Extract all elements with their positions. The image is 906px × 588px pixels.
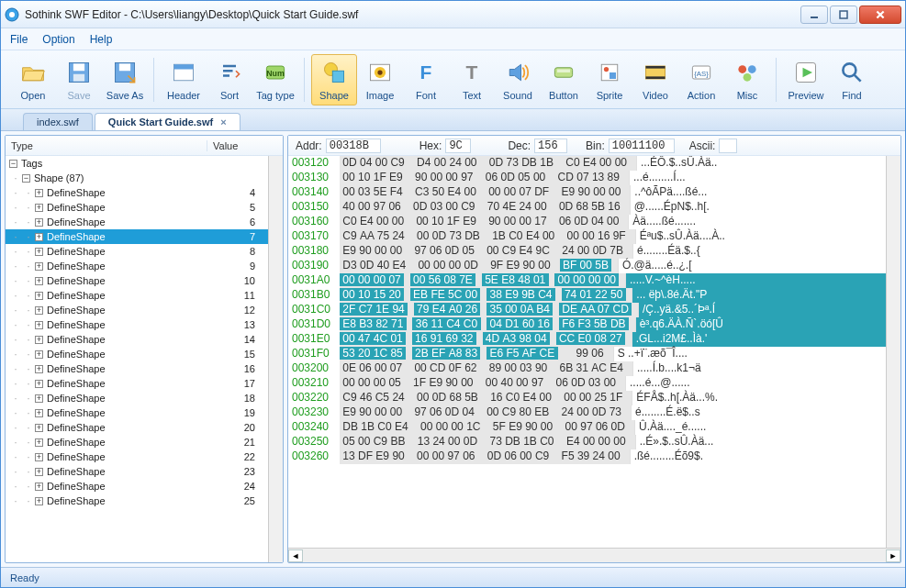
action-button[interactable]: {AS}Action <box>678 54 724 105</box>
plus-icon[interactable]: + <box>35 262 43 271</box>
column-value[interactable]: Value <box>207 140 283 151</box>
plus-icon[interactable]: + <box>35 380 43 388</box>
minimize-button[interactable] <box>800 6 828 24</box>
hex-scrollbar[interactable] <box>886 156 900 548</box>
tree-row[interactable]: ··+DefineShape22 <box>6 449 268 464</box>
hex-row[interactable]: 003220 C9 46 C5 24 00 0D 68 5B 16 C0 E4 … <box>288 391 886 405</box>
tree-row[interactable]: ··+DefineShape12 <box>6 303 268 317</box>
hex-row[interactable]: 003130 00 10 1F E9 90 00 00 97 06 0D 05 … <box>288 171 886 185</box>
plus-icon[interactable]: + <box>35 483 43 491</box>
scroll-left-icon[interactable]: ◄ <box>288 549 303 562</box>
hex-row[interactable]: 0031F0 53 20 1C 85 2B EF A8 83 E6 F5 AF … <box>288 347 886 361</box>
hex-row[interactable]: 0031D0 E8 B3 82 71 36 11 C4 C0 04 D1 60 … <box>288 317 886 332</box>
text-button[interactable]: TText <box>449 54 495 105</box>
plus-icon[interactable]: + <box>35 365 43 373</box>
tree-row[interactable]: ··+DefineShape23 <box>6 464 268 479</box>
plus-icon[interactable]: + <box>35 218 43 227</box>
tree-row[interactable]: ··+DefineShape24 <box>6 479 268 494</box>
hex-row[interactable]: 003200 0E 06 00 07 00 CD 0F 62 89 00 03 … <box>288 361 886 376</box>
plus-icon[interactable]: + <box>35 204 43 212</box>
hex-row[interactable]: 003230 E9 90 00 00 97 06 0D 04 00 C9 80 … <box>288 405 886 420</box>
scroll-right-icon[interactable]: ► <box>886 549 900 562</box>
tagtype-button[interactable]: NumTag type <box>252 54 298 105</box>
tree-scrollbar[interactable] <box>268 156 283 562</box>
column-type[interactable]: Type <box>6 140 207 151</box>
plus-icon[interactable]: + <box>35 350 43 359</box>
addr-input[interactable] <box>326 139 381 153</box>
tree-row[interactable]: ··+DefineShape13 <box>6 317 268 332</box>
dec-input[interactable] <box>534 139 567 153</box>
plus-icon[interactable]: + <box>35 189 43 197</box>
sort-button[interactable]: Sort <box>207 54 252 105</box>
tree-row[interactable]: ··+DefineShape6 <box>6 215 268 229</box>
tree-row[interactable]: ··+DefineShape11 <box>6 288 268 303</box>
tree-row[interactable]: ··+DefineShape9 <box>6 259 268 273</box>
tree-row[interactable]: −Tags <box>6 156 268 171</box>
tree-row[interactable]: ··+DefineShape19 <box>6 405 268 420</box>
tree-row[interactable]: ··+DefineShape7 <box>6 229 268 244</box>
shape-button[interactable]: Shape <box>311 54 357 105</box>
sprite-button[interactable]: Sprite <box>587 54 632 105</box>
header-button[interactable]: Header <box>161 54 207 105</box>
image-button[interactable]: Image <box>357 54 403 105</box>
plus-icon[interactable]: + <box>35 321 43 329</box>
plus-icon[interactable]: + <box>35 468 43 476</box>
tree-row[interactable]: ··+DefineShape16 <box>6 361 268 376</box>
tree-row[interactable]: ··+DefineShape20 <box>6 420 268 435</box>
button-button[interactable]: Button <box>541 54 587 105</box>
minus-icon[interactable]: − <box>9 160 17 168</box>
tab-0[interactable]: index.swf <box>23 113 93 130</box>
tree-row[interactable]: ··+DefineShape25 <box>6 494 268 508</box>
tree-row[interactable]: ··+DefineShape4 <box>6 185 268 200</box>
hex-input[interactable] <box>445 139 471 153</box>
hex-row[interactable]: 003240 DB 1B C0 E4 00 00 00 1C 5F E9 90 … <box>288 420 886 435</box>
hex-row[interactable]: 0031B0 00 10 15 20 EB FE 5C 00 38 E9 9B … <box>288 288 886 303</box>
close-button[interactable] <box>859 6 901 24</box>
hex-row[interactable]: 003150 40 00 97 06 0D 03 00 C9 70 4E 24 … <box>288 200 886 215</box>
hex-hscroll[interactable]: ◄ ► <box>288 548 900 562</box>
plus-icon[interactable]: + <box>35 453 43 461</box>
open-button[interactable]: Open <box>10 54 56 105</box>
find-button[interactable]: Find <box>829 54 875 105</box>
plus-icon[interactable]: + <box>35 438 43 447</box>
tree-row[interactable]: ··+DefineShape5 <box>6 200 268 215</box>
hex-row[interactable]: 003120 0D 04 00 C9 D4 00 24 00 0D 73 DB … <box>288 156 886 171</box>
plus-icon[interactable]: + <box>35 497 43 505</box>
plus-icon[interactable]: + <box>35 277 43 285</box>
tree-row[interactable]: ··+DefineShape15 <box>6 347 268 361</box>
hex-row[interactable]: 003160 C0 E4 00 00 00 10 1F E9 90 00 00 … <box>288 215 886 229</box>
tree-row[interactable]: ··+DefineShape21 <box>6 435 268 449</box>
tree-row[interactable]: ··+DefineShape17 <box>6 376 268 391</box>
hex-view[interactable]: 003120 0D 04 00 C9 D4 00 24 00 0D 73 DB … <box>288 156 886 548</box>
tree-row[interactable]: ·−Shape (87) <box>6 171 268 185</box>
video-button[interactable]: Video <box>632 54 678 105</box>
menu-help[interactable]: Help <box>90 33 113 46</box>
tab-close-icon[interactable]: × <box>220 116 226 128</box>
saveas-button[interactable]: Save As <box>102 54 148 105</box>
ascii-input[interactable] <box>719 139 737 153</box>
menu-file[interactable]: File <box>10 33 28 46</box>
maximize-button[interactable] <box>830 6 857 24</box>
plus-icon[interactable]: + <box>35 394 43 403</box>
plus-icon[interactable]: + <box>35 233 43 241</box>
menu-option[interactable]: Option <box>42 33 74 46</box>
plus-icon[interactable]: + <box>35 306 43 315</box>
tree-row[interactable]: ··+DefineShape8 <box>6 244 268 259</box>
plus-icon[interactable]: + <box>35 248 43 256</box>
plus-icon[interactable]: + <box>35 292 43 300</box>
hex-row[interactable]: 003250 05 00 C9 BB 13 24 00 0D 73 DB 1B … <box>288 435 886 449</box>
plus-icon[interactable]: + <box>35 409 43 417</box>
hex-row[interactable]: 0031A0 00 00 00 07 00 56 08 7E 5E E8 48 … <box>288 273 886 288</box>
hex-row[interactable]: 003190 D3 0D 40 E4 00 00 00 0D 9F E9 90 … <box>288 259 886 273</box>
bin-input[interactable] <box>609 139 675 153</box>
hex-row[interactable]: 003180 E9 90 00 00 97 06 0D 05 00 C9 E4 … <box>288 244 886 259</box>
hex-row[interactable]: 0031C0 2F C7 1E 94 79 E4 A0 26 35 00 0A … <box>288 303 886 317</box>
hex-row[interactable]: 003260 13 DF E9 90 00 00 97 06 0D 06 00 … <box>288 449 886 464</box>
hex-row[interactable]: 003170 C9 AA 75 24 00 0D 73 DB 1B C0 E4 … <box>288 229 886 244</box>
preview-button[interactable]: Preview <box>783 54 829 105</box>
tree-row[interactable]: ··+DefineShape14 <box>6 332 268 347</box>
misc-button[interactable]: Misc <box>724 54 770 105</box>
minus-icon[interactable]: − <box>22 174 30 183</box>
tree-view[interactable]: −Tags·−Shape (87)··+DefineShape4··+Defin… <box>6 156 268 562</box>
hex-row[interactable]: 0031E0 00 47 4C 01 16 91 69 32 4D A3 98 … <box>288 332 886 347</box>
